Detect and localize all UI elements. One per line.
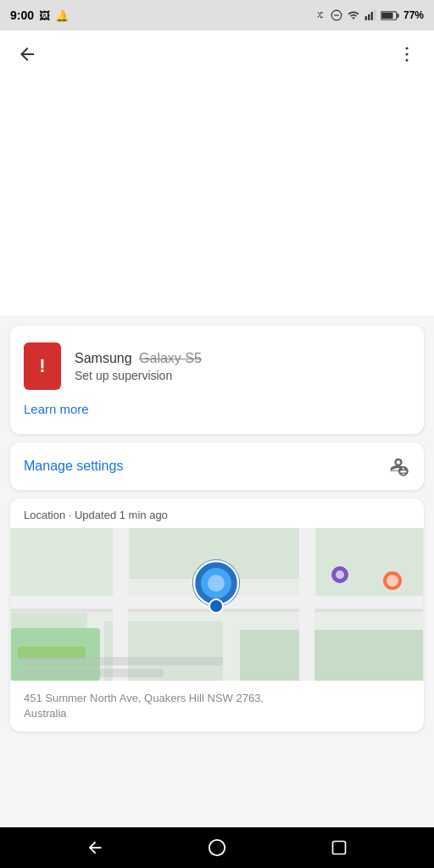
map-area[interactable] <box>10 528 424 681</box>
exclamation-icon: ! <box>39 355 45 377</box>
svg-point-11 <box>406 59 409 62</box>
person-settings-icon <box>387 454 410 478</box>
more-options-button[interactable] <box>390 37 424 71</box>
svg-point-9 <box>406 47 409 50</box>
status-bar: 9:00 🖼 🔔 77% <box>0 0 434 31</box>
location-address: 451 Summer North Ave, Quakers Hill NSW 2… <box>10 681 424 732</box>
device-subtitle: Set up supervision <box>75 369 202 382</box>
svg-rect-8 <box>397 14 398 18</box>
empty-space <box>0 78 434 315</box>
map-svg <box>10 528 424 681</box>
device-info: Samsung Galaxy S5 Set up supervision <box>75 351 202 382</box>
battery-icon <box>381 10 399 21</box>
location-header: Location · Updated 1 min ago <box>10 498 424 528</box>
location-card[interactable]: Location · Updated 1 min ago <box>10 498 424 732</box>
manage-settings-card[interactable]: Manage settings <box>10 442 424 490</box>
svg-rect-4 <box>371 12 373 20</box>
device-card: ! Samsung Galaxy S5 Set up supervision L… <box>10 326 424 434</box>
status-time: 9:00 <box>10 8 34 22</box>
svg-rect-22 <box>299 528 314 681</box>
status-bar-right: 77% <box>314 9 424 21</box>
top-nav <box>0 31 434 78</box>
svg-rect-18 <box>240 630 423 681</box>
svg-rect-15 <box>316 528 423 604</box>
svg-point-10 <box>406 53 409 56</box>
svg-rect-24 <box>18 647 86 659</box>
gallery-icon: 🖼 <box>39 9 50 22</box>
nav-home-button[interactable] <box>202 832 232 863</box>
svg-rect-5 <box>374 10 376 20</box>
address-line2: Australia <box>24 706 410 721</box>
svg-rect-7 <box>381 12 392 18</box>
wifi-icon <box>347 9 360 21</box>
svg-rect-13 <box>11 528 113 596</box>
svg-rect-35 <box>19 669 164 677</box>
svg-point-36 <box>209 840 225 855</box>
device-name-model: Galaxy S5 <box>139 351 202 365</box>
device-card-top: ! Samsung Galaxy S5 Set up supervision <box>24 342 410 390</box>
back-button[interactable] <box>10 37 44 71</box>
cards-area: ! Samsung Galaxy S5 Set up supervision L… <box>0 315 434 827</box>
manage-settings-label: Manage settings <box>24 459 123 474</box>
svg-rect-3 <box>368 14 370 20</box>
svg-rect-2 <box>365 16 367 20</box>
device-name: Samsung Galaxy S5 <box>75 351 202 366</box>
battery-percentage: 77% <box>403 9 424 21</box>
svg-rect-34 <box>19 657 223 665</box>
address-line1: 451 Summer North Ave, Quakers Hill NSW 2… <box>24 691 410 706</box>
device-icon: ! <box>24 342 61 390</box>
learn-more-button[interactable]: Learn more <box>24 402 89 416</box>
svg-point-29 <box>209 599 223 613</box>
device-name-brand: Samsung <box>75 351 132 365</box>
bluetooth-icon <box>314 9 326 21</box>
notification-icon: 🔔 <box>55 9 69 22</box>
main-content: ! Samsung Galaxy S5 Set up supervision L… <box>0 78 434 827</box>
location-address-text: 451 Summer North Ave, Quakers Hill NSW 2… <box>24 691 410 721</box>
signal-icon <box>364 9 376 21</box>
svg-point-27 <box>208 575 225 592</box>
svg-rect-37 <box>333 842 346 854</box>
nav-back-button[interactable] <box>80 832 110 863</box>
bottom-nav <box>0 827 434 868</box>
svg-point-31 <box>387 575 398 587</box>
minus-circle-icon <box>331 9 342 21</box>
svg-point-33 <box>336 570 344 579</box>
nav-recent-button[interactable] <box>324 832 354 863</box>
status-bar-left: 9:00 🖼 🔔 <box>10 8 69 22</box>
